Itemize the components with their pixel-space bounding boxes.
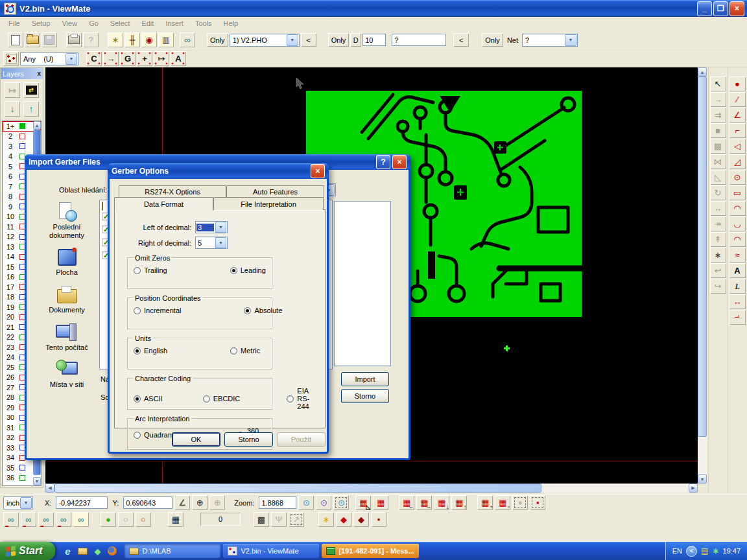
radio-icon[interactable] — [134, 267, 141, 274]
gerber-dialog-titlebar[interactable]: Gerber Options × — [108, 163, 329, 179]
open-file-icon[interactable] — [25, 32, 40, 47]
tab-file-interpretation[interactable]: File Interpretation — [213, 197, 324, 210]
zoom-input[interactable]: 1.8868 — [259, 496, 296, 509]
view-pads-icon[interactable]: ∞••• — [3, 512, 19, 527]
pan-right-icon[interactable]: ▦→ — [416, 495, 432, 510]
print-icon[interactable] — [66, 32, 82, 47]
circle-tool-button[interactable]: ⊙ — [729, 170, 746, 185]
rect-path-tool-button[interactable]: ⌐ — [729, 123, 746, 138]
tab-auto-features[interactable]: Auto Features — [226, 185, 324, 198]
radio-eia-rs-244[interactable]: EIA RS-244 — [287, 387, 309, 410]
flash-mode-icon[interactable]: ∗ — [318, 512, 334, 527]
zoom-select-icon[interactable]: ⊙ — [333, 495, 349, 510]
radio-icon[interactable] — [230, 347, 237, 355]
scroll-up-button[interactable]: ▲ — [698, 67, 707, 76]
dcode-g-tool-icon[interactable]: G — [120, 51, 136, 66]
import-button[interactable]: Import — [341, 372, 389, 386]
x-coordinate-input[interactable]: -0.942237 — [56, 496, 108, 509]
layer-swatch[interactable] — [19, 143, 25, 149]
dcode-flash-tool-icon[interactable]: + — [137, 51, 152, 66]
select-area-icon[interactable]: ▫ — [512, 495, 528, 510]
arc-tool-button[interactable]: ◠ — [729, 201, 746, 216]
dropdown-arrow-icon[interactable]: ▼ — [287, 34, 298, 46]
grid-icon[interactable]: ▦ — [373, 495, 388, 510]
only-net-button[interactable]: Only — [482, 33, 503, 47]
tab-rs274-x-options[interactable]: RS274-X Options — [119, 185, 226, 198]
dcode-text-tool-icon[interactable]: A — [171, 51, 186, 66]
radio-icon[interactable] — [203, 395, 210, 402]
radio-selected-icon[interactable] — [134, 347, 141, 355]
radio-selected-icon[interactable] — [134, 395, 141, 402]
layer-down-button[interactable]: ↓ — [5, 101, 20, 117]
green-app-icon[interactable]: ◆ — [91, 545, 103, 557]
grid-dots-icon[interactable]: ▩ — [254, 512, 269, 527]
plot-grid-icon[interactable]: ▦◺ — [355, 495, 371, 510]
dcode-button[interactable]: D — [350, 33, 361, 47]
rectangle-tool-button[interactable]: ▭ — [729, 185, 746, 200]
net-combo[interactable]: ?▼ — [522, 34, 578, 47]
dcode-prev-button[interactable]: < — [453, 33, 469, 47]
dimension-tool-button[interactable]: ↔ — [729, 294, 746, 309]
curve-tool-button[interactable]: ◡ — [729, 216, 746, 231]
dot-area-icon[interactable]: ▪ — [530, 495, 545, 510]
dropdown-arrow-icon[interactable]: ▼ — [215, 237, 226, 248]
menu-file[interactable]: File — [3, 18, 26, 29]
sketch-tool-button[interactable]: ≈ — [729, 248, 746, 262]
radio-english[interactable]: English — [134, 347, 167, 355]
radio-absolute[interactable]: Absolute — [244, 307, 282, 314]
radio-selected-icon[interactable] — [230, 267, 237, 274]
y-coordinate-input[interactable]: 0.690643 — [123, 496, 172, 509]
layer-swatch[interactable] — [19, 475, 25, 481]
dcode-view-icon[interactable]: ◉ — [141, 32, 157, 47]
menu-edit[interactable]: Edit — [136, 18, 160, 29]
angle-mode-icon[interactable]: ∠ — [174, 495, 190, 510]
only-layer-button[interactable]: Only — [207, 33, 228, 47]
dcode-circle-tool-icon[interactable]: C — [86, 51, 102, 66]
view-flash-icon[interactable]: ∞••• — [38, 512, 54, 527]
tab-data-format[interactable]: Data Format — [114, 197, 213, 211]
options-tool-button[interactable]: ∗ — [710, 248, 726, 262]
menu-setup[interactable]: Setup — [26, 18, 56, 29]
view-traces-icon[interactable]: ∞••• — [21, 512, 36, 527]
layer-swatch[interactable] — [19, 134, 25, 139]
vscroll-thumb[interactable] — [698, 76, 707, 437]
gerber-cancel-button[interactable]: Storno — [224, 432, 273, 447]
menu-select[interactable]: Select — [104, 18, 136, 29]
menu-view[interactable]: View — [56, 18, 83, 29]
dcode-jump-tool-icon[interactable]: ↦ — [154, 51, 169, 66]
hide-icons-chevron-icon[interactable]: < — [686, 546, 697, 557]
scroll-down-button[interactable]: ▼ — [698, 474, 707, 484]
place-plocha[interactable]: Plocha — [56, 248, 78, 277]
dropdown-arrow-icon[interactable]: ▼ — [565, 34, 576, 46]
language-indicator[interactable]: EN — [672, 547, 682, 555]
status-light-icon[interactable]: ● — [101, 512, 116, 527]
dropdown-arrow-icon[interactable]: ▼ — [65, 53, 77, 65]
canvas-vscrollbar[interactable]: ▲ ▼ — [698, 67, 707, 484]
canvas-hscrollbar[interactable]: ◀ ▶ — [45, 484, 698, 493]
dcode-input[interactable]: 10 — [362, 34, 386, 46]
only-dcode-button[interactable]: Only — [328, 33, 350, 47]
hscroll-thumb[interactable] — [54, 484, 541, 493]
new-file-icon[interactable] — [8, 32, 23, 47]
colors-icon[interactable]: ▥ — [158, 32, 174, 47]
view-all-icon[interactable]: ∞ — [73, 512, 89, 527]
pad-select-icon[interactable]: ▪ — [371, 512, 386, 527]
start-button[interactable]: Start — [0, 542, 55, 560]
task-v2-bin-viewmate[interactable]: V2.bin - ViewMate — [223, 544, 319, 558]
radio-trailing[interactable]: Trailing — [134, 266, 167, 274]
import-dialog-close-button[interactable]: × — [392, 155, 407, 169]
menu-insert[interactable]: Insert — [160, 18, 189, 29]
pan-down-icon[interactable]: ▦↓ — [434, 495, 449, 510]
right-of-decimal-combo[interactable]: 5 ▼ — [195, 237, 228, 249]
place-dokumenty[interactable]: Dokumenty — [49, 285, 85, 314]
layer-swatch[interactable] — [19, 465, 25, 471]
pan-up-icon[interactable]: ▦↑ — [451, 495, 467, 510]
radio-metric[interactable]: Metric — [230, 347, 260, 355]
pad-small-mode-icon[interactable]: ◆ — [353, 512, 369, 527]
import-cancel-button[interactable]: Storno — [341, 389, 389, 403]
menu-help[interactable]: Help — [218, 18, 244, 29]
triangle-tool-button[interactable]: ◿ — [729, 154, 746, 169]
tray-icq-icon[interactable]: ∗ — [712, 546, 718, 555]
scroll-right-button[interactable]: ▶ — [689, 484, 698, 493]
lamp-off-icon[interactable]: ○ — [118, 512, 134, 527]
